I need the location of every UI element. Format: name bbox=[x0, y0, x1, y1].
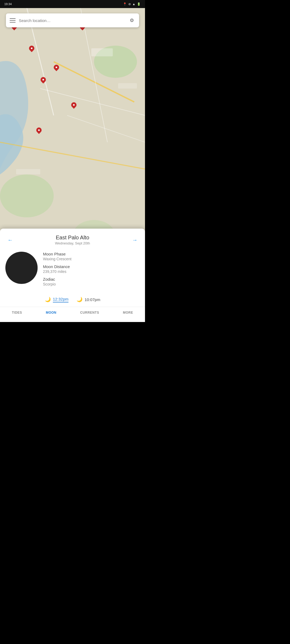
moonset-icon: 🌙 bbox=[77, 297, 82, 302]
moon-details: Moon Phase Waxing Crescent Moon Distance… bbox=[43, 252, 140, 290]
map-pin-1[interactable] bbox=[29, 46, 34, 53]
moon-phase-value: Waxing Crescent bbox=[43, 257, 140, 261]
location-info: East Palo Alto Wednesday, Sept 20th bbox=[15, 235, 130, 245]
moonrise-time-item[interactable]: 🌙 12:32pm bbox=[45, 297, 68, 302]
wifi-status-icon: ▲ bbox=[132, 2, 135, 6]
moon-content: Moon Phase Waxing Crescent Moon Distance… bbox=[0, 247, 145, 294]
status-time: 19:34 bbox=[4, 2, 12, 6]
location-name: East Palo Alto bbox=[15, 235, 130, 241]
moon-shadow-overlay bbox=[19, 252, 38, 284]
prev-date-button[interactable]: ← bbox=[5, 235, 15, 245]
map-pin-5[interactable] bbox=[36, 127, 42, 134]
location-status-icon: 📍 bbox=[123, 2, 127, 6]
tab-more[interactable]: MORE bbox=[120, 310, 136, 316]
moon-distance-value: 239,370 miles bbox=[43, 269, 140, 274]
times-row: 🌙 12:32pm 🌙 10:07pm bbox=[0, 294, 145, 307]
tab-tides[interactable]: TIDES bbox=[9, 310, 25, 316]
moon-distance-label: Moon Distance bbox=[43, 264, 140, 269]
svg-point-8 bbox=[0, 174, 54, 217]
map-pin-2[interactable] bbox=[54, 65, 59, 72]
moon-circle bbox=[5, 252, 38, 284]
map-pin-4[interactable] bbox=[71, 102, 77, 109]
moonrise-icon: 🌙 bbox=[45, 297, 51, 302]
search-input[interactable] bbox=[19, 18, 128, 23]
dnd-status-icon: ⊘ bbox=[128, 2, 131, 6]
status-bar: 19:34 📍 ⊘ ▲ 🔋 bbox=[0, 0, 145, 8]
tab-currents[interactable]: CURRENTS bbox=[77, 310, 103, 316]
tab-moon[interactable]: MOON bbox=[43, 310, 60, 316]
moon-illustration bbox=[5, 252, 38, 284]
zodiac-label: Zodiac bbox=[43, 277, 140, 281]
svg-rect-11 bbox=[91, 48, 113, 56]
menu-button[interactable] bbox=[10, 17, 16, 23]
map-pin-3[interactable] bbox=[41, 77, 46, 84]
status-icons: 📍 ⊘ ▲ 🔋 bbox=[123, 2, 141, 6]
settings-button[interactable]: ⚙ bbox=[128, 17, 135, 24]
moonrise-time: 12:32pm bbox=[53, 297, 68, 302]
bottom-card: ← East Palo Alto Wednesday, Sept 20th → … bbox=[0, 229, 145, 322]
search-bar: ⚙ bbox=[6, 13, 139, 27]
moon-phase-label: Moon Phase bbox=[43, 252, 140, 256]
card-header: ← East Palo Alto Wednesday, Sept 20th → bbox=[0, 229, 145, 247]
tab-bar: TIDES MOON CURRENTS MORE bbox=[0, 307, 145, 317]
moonset-time: 10:07pm bbox=[85, 297, 100, 302]
battery-status-icon: 🔋 bbox=[137, 2, 141, 6]
next-date-button[interactable]: → bbox=[130, 235, 140, 245]
location-date: Wednesday, Sept 20th bbox=[15, 241, 130, 245]
svg-rect-13 bbox=[16, 169, 40, 174]
svg-rect-12 bbox=[118, 83, 137, 89]
moonset-time-item[interactable]: 🌙 10:07pm bbox=[77, 297, 100, 302]
zodiac-value: Scorpio bbox=[43, 282, 140, 286]
